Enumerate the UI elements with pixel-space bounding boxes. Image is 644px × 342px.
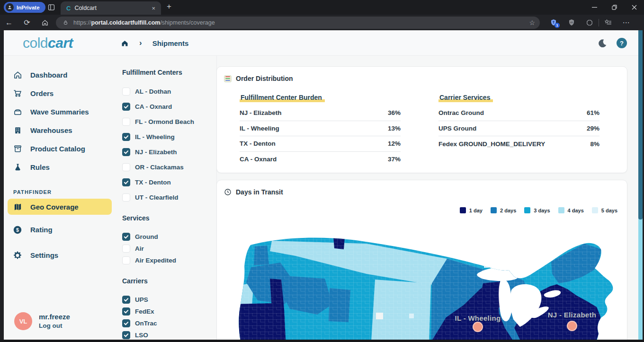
sidebar-item-warehouses[interactable]: Warehouses [4,121,116,140]
logout-link[interactable]: Log out [39,321,70,330]
fc-checkbox-tx-denton[interactable]: TX - Denton [122,175,216,190]
map-marker-il-wheeling[interactable] [473,322,483,332]
checkbox [122,178,130,186]
sidebar-item-settings[interactable]: Settings [4,246,116,264]
checkbox [122,103,130,111]
tab-title: Coldcart [74,5,146,11]
checkbox [122,296,130,304]
us-coverage-map[interactable]: IL - Wheeling NJ - Elizabeth [224,233,618,340]
table-row: NJ - Elizabeth36% [240,105,401,121]
sidebar-item-wave-summaries[interactable]: Wave Summaries [4,103,116,121]
extensions-puzzle-icon[interactable] [581,19,599,26]
sidebar: Dashboard Orders Wave Summaries Warehous… [4,56,116,340]
fc-checkbox-nj-elizabeth[interactable]: NJ - Elizabeth [122,144,216,159]
geo-coverage-map-icon [13,202,22,211]
carrier-services-table: Carrier Services Ontrac Ground61% UPS Gr… [438,93,599,152]
days-in-transit-title: Days in Transit [236,188,283,196]
legend-swatch [460,207,466,213]
sidebar-item-dashboard[interactable]: Dashboard [4,66,116,84]
breadcrumb-home-icon[interactable] [121,39,129,47]
breadcrumb: › Shipments [121,30,188,56]
restore-icon[interactable] [604,0,624,14]
inprivate-badge[interactable]: InPrivate [4,2,45,13]
close-icon[interactable] [624,0,644,14]
password-shield-icon[interactable]: 1 [545,18,563,26]
map-label-nj-elizabeth: NJ - Elizabeth [548,311,597,319]
sidebar-item-product-catalog[interactable]: Product Catalog [4,140,116,158]
browser-window: { "browser": { "inprivate_label": "InPri… [0,0,644,342]
fc-checkbox-al-dothan[interactable]: AL - Dothan [122,84,216,99]
services-heading: Services [122,214,216,223]
page-scrollbar[interactable] [638,30,643,340]
choropleth-map-svg [224,233,618,340]
browser-tab[interactable]: C Coldcart × [61,1,161,15]
scrollbar-thumb[interactable] [638,30,643,219]
home-button[interactable] [36,19,54,26]
abacus-icon [224,75,232,82]
adblock-shield-icon[interactable]: ub [563,18,581,26]
days-in-transit-card: Days in Transit 1 day 2 days 3 days 4 da… [216,180,627,340]
window-controls [584,0,644,14]
checkbox [122,245,130,253]
browser-toolbar: ← ⟳ https://portal.coldcartfulfill.com/s… [0,15,644,30]
fc-checkbox-fl-ormond-beach[interactable]: FL - Ormond Beach [122,114,216,129]
refresh-button[interactable]: ⟳ [18,18,36,27]
checkbox [122,256,130,264]
carrier-checkbox-lso[interactable]: LSO [122,329,216,340]
new-tab-button[interactable]: + [167,2,171,11]
sidebar-item-rules[interactable]: Rules [4,158,116,176]
window-frame-left [0,30,4,342]
shield-badge: 1 [555,23,560,28]
checkbox [122,233,130,241]
minimize-icon[interactable] [584,0,604,14]
service-checkbox-air[interactable]: Air [122,243,216,254]
coldcart-favicon: C [66,5,71,12]
workspaces-icon[interactable] [47,3,55,11]
sidebar-item-label: Wave Summaries [30,108,89,116]
checkbox [122,193,130,202]
map-marker-nj-elizabeth[interactable] [567,321,577,331]
fc-burden-subheading: Fulfillment Center Burden [240,94,325,102]
favorite-star-icon[interactable]: ☆ [529,19,535,26]
fc-checkbox-ca-oxnard[interactable]: CA - Oxnard [122,99,216,114]
back-button[interactable]: ← [0,18,18,27]
sidebar-item-orders[interactable]: Orders [4,84,116,103]
carrier-checkbox-ups[interactable]: UPS [122,294,216,306]
svg-text:ub: ub [570,21,573,24]
app-header: coldcart › Shipments ? [4,30,638,56]
sidebar-item-label: Product Catalog [30,145,85,153]
service-checkbox-ground[interactable]: Ground [122,231,216,243]
address-bar[interactable]: https://portal.coldcartfulfill.com/shipm… [56,17,540,29]
sidebar-item-label: Rating [30,226,53,234]
dark-mode-moon-icon[interactable] [597,38,607,48]
logo-cart: cart [48,35,73,51]
coldcart-logo[interactable]: coldcart [23,35,73,51]
sidebar-item-label: Dashboard [30,71,67,79]
url-path: /shipments/coverage [160,19,215,26]
carrier-checkbox-fedex[interactable]: FedEx [122,306,216,317]
favorites-bar-icon[interactable] [599,19,617,26]
menu-ellipsis-icon[interactable]: ⋯ [617,18,635,27]
user-avatar[interactable]: VL [14,312,32,330]
breadcrumb-current[interactable]: Shipments [152,39,189,47]
sidebar-item-rating[interactable]: $ Rating [4,220,116,239]
tab-close-icon[interactable]: × [150,5,157,12]
fc-checkbox-or-clackamas[interactable]: OR - Clackamas [122,159,216,175]
settings-gear-icon [13,251,22,260]
checkbox [122,118,130,126]
help-button[interactable]: ? [617,38,627,48]
service-checkbox-air-expedited[interactable]: Air Expedited [122,254,216,266]
filters-panel: Fulfillment Centers AL - Dothan CA - Oxn… [117,56,217,340]
carrier-services-subheading: Carrier Services [438,94,493,102]
table-row: CA - Oxnard37% [240,152,401,167]
sidebar-item-label: Orders [30,89,54,97]
fc-checkbox-il-wheeling[interactable]: IL - Wheeling [122,129,216,144]
url-host: portal.coldcartfulfill.com [91,19,161,26]
carrier-checkbox-ontrac[interactable]: OnTrac [122,317,216,329]
legend-swatch [524,207,530,213]
fc-checkbox-ut-clearfield[interactable]: UT - Clearfield [122,190,216,205]
table-row: TX - Denton12% [240,136,401,152]
fulfillment-center-burden-table: Fulfillment Center Burden NJ - Elizabeth… [240,93,401,167]
sidebar-item-geo-coverage[interactable]: Geo Coverage [8,199,112,215]
carriers-heading: Carriers [122,277,216,286]
